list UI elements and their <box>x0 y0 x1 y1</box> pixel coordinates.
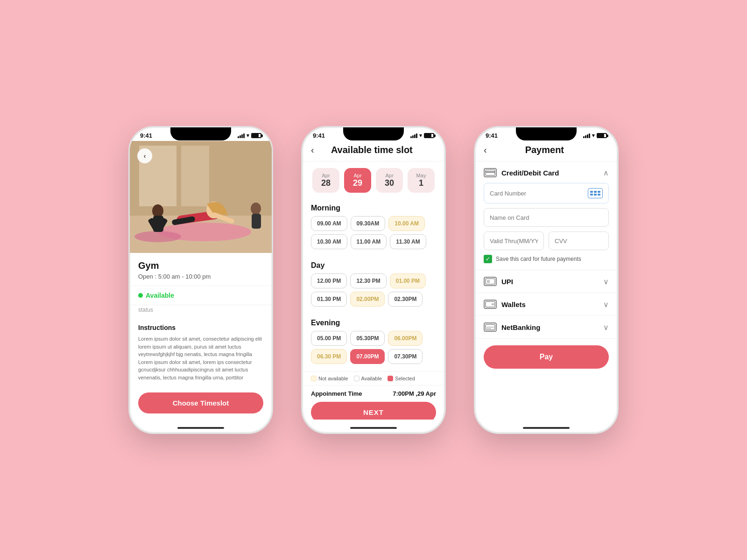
status-icons-1: ▾ <box>238 133 261 139</box>
gym-back-button[interactable]: ‹ <box>137 148 152 163</box>
status-icons-2: ▾ <box>410 133 434 139</box>
timeslot-title: Available time slot <box>319 145 425 155</box>
wallets-icon <box>484 300 497 309</box>
date-apr28[interactable]: Apr 28 <box>312 168 339 193</box>
slot-1000[interactable]: 10.00 AM <box>388 216 425 231</box>
status-icons-3: ▾ <box>583 133 607 139</box>
upi-chevron-icon: ∨ <box>603 277 609 286</box>
legend-not-available: Not available <box>311 376 348 381</box>
save-card-label: Save this card for future payments <box>496 256 581 262</box>
appointment-bar: Appoinment Time 7:00PM ,29 Apr <box>303 385 444 400</box>
timeslot-header: ‹ Available time slot <box>303 141 444 161</box>
date-apr29-day: 29 <box>353 178 362 188</box>
upi-icon <box>484 277 497 286</box>
slot-0630[interactable]: 06.30 PM <box>311 349 347 364</box>
instructions-title: Instructions <box>138 324 263 331</box>
signal-icon-1 <box>238 133 245 138</box>
netbanking-header[interactable]: NetBanking ∨ <box>484 322 609 332</box>
slot-0730[interactable]: 07.30PM <box>388 349 423 364</box>
upi-header[interactable]: UPI ∨ <box>484 277 609 286</box>
evening-label: Evening <box>311 319 436 327</box>
wallets-header[interactable]: Wallets ∨ <box>484 300 609 309</box>
payment-back-button[interactable]: ‹ <box>484 145 487 155</box>
battery-icon-1 <box>251 133 261 138</box>
slot-0100[interactable]: 01.00 PM <box>390 273 426 288</box>
date-selector: Apr 28 Apr 29 Apr 30 May 1 <box>303 161 444 199</box>
payment-title: Payment <box>492 145 598 155</box>
status-time-2: 9:41 <box>313 132 325 139</box>
home-indicator-2 <box>350 427 397 429</box>
credit-card-header[interactable]: Credit/Debit Card ∧ <box>484 168 609 177</box>
date-apr28-day: 28 <box>321 178 331 188</box>
slot-1030[interactable]: 10.30 AM <box>311 234 347 249</box>
cvv-wrapper <box>549 231 609 250</box>
slot-0930[interactable]: 09.30AM <box>351 216 386 231</box>
cvv-input[interactable] <box>555 238 603 245</box>
phone-gym-detail: 9:41 ▾ <box>128 126 273 434</box>
timeslot-back-button[interactable]: ‹ <box>311 145 314 155</box>
legend-selected: Selected <box>388 376 415 381</box>
date-apr30-day: 30 <box>385 178 394 188</box>
expiry-cvv-row <box>484 231 609 250</box>
slot-1230[interactable]: 12.30 PM <box>350 273 386 288</box>
name-on-card-input[interactable] <box>490 214 603 221</box>
phone-timeslot: 9:41 ▾ ‹ Available time s <box>301 126 446 434</box>
home-indicator-3 <box>523 427 570 429</box>
svg-rect-24 <box>486 328 491 329</box>
expiry-input[interactable] <box>490 238 538 245</box>
svg-rect-21 <box>492 303 494 305</box>
phone-notch <box>170 127 231 140</box>
slot-0130[interactable]: 01.30 PM <box>311 292 347 307</box>
home-indicator-1 <box>177 427 224 429</box>
upi-svg <box>485 278 495 285</box>
credit-card-label: Credit/Debit Card <box>501 169 559 177</box>
card-number-wrapper <box>484 183 609 203</box>
date-apr30[interactable]: Apr 30 <box>376 168 403 193</box>
slot-0500[interactable]: 05.00 PM <box>311 331 347 346</box>
save-card-checkbox[interactable]: ✓ <box>484 255 492 263</box>
svg-rect-17 <box>486 171 495 173</box>
gym-hours: Open : 5:00 am - 10:00 pm <box>138 273 263 280</box>
svg-point-14 <box>251 203 261 215</box>
choose-timeslot-button[interactable]: Choose Timeslot <box>138 392 263 413</box>
slot-0700[interactable]: 07.00PM <box>350 349 385 364</box>
morning-grid: 09.00 AM 09.30AM 10.00 AM 10.30 AM 11.00… <box>311 216 436 249</box>
next-button[interactable]: NEXT <box>311 402 436 420</box>
wallets-chevron-icon: ∨ <box>603 300 609 309</box>
wallets-section[interactable]: Wallets ∨ <box>475 293 617 316</box>
date-may1[interactable]: May 1 <box>408 168 435 193</box>
save-card-row: ✓ Save this card for future payments <box>484 255 609 263</box>
status-time-1: 9:41 <box>140 132 152 139</box>
credit-card-svg <box>485 169 495 176</box>
slot-0230[interactable]: 02.30PM <box>388 292 423 307</box>
svg-rect-19 <box>487 280 490 283</box>
legend-dot-not <box>311 376 317 381</box>
pay-button[interactable]: Pay <box>484 345 609 369</box>
svg-point-10 <box>152 204 163 217</box>
evening-section: Evening 05.00 PM 05.30PM 06.00PM 06.30 P… <box>303 319 444 371</box>
date-apr29-month: Apr <box>353 173 361 178</box>
slot-1130[interactable]: 11.30 AM <box>390 234 426 249</box>
card-number-input[interactable] <box>490 190 588 197</box>
phone-payment: 9:41 ▾ ‹ Payment <box>474 126 619 434</box>
day-section: Day 12.00 PM 12.30 PM 01.00 PM 01.30 PM … <box>303 261 444 314</box>
card-number-icon <box>590 191 600 196</box>
instructions-section: Instructions Lorem ipsum dolor sit amet,… <box>130 317 272 388</box>
date-apr29[interactable]: Apr 29 <box>344 168 371 193</box>
slot-0900[interactable]: 09.00 AM <box>311 216 347 231</box>
slot-1200[interactable]: 12.00 PM <box>311 273 347 288</box>
card-number-icon-button[interactable] <box>588 188 603 198</box>
name-on-card-wrapper <box>484 208 609 227</box>
credit-card-icon <box>484 168 497 177</box>
wallets-label: Wallets <box>501 301 526 308</box>
netbanking-section[interactable]: NetBanking ∨ <box>475 316 617 339</box>
slot-1100[interactable]: 11.00 AM <box>351 234 387 249</box>
appt-value: 7:00PM ,29 Apr <box>393 390 436 397</box>
morning-label: Morning <box>311 204 436 212</box>
slot-0530[interactable]: 05.30PM <box>350 331 385 346</box>
available-dot <box>138 293 143 298</box>
upi-section[interactable]: UPI ∨ <box>475 270 617 293</box>
phones-container: 9:41 ▾ <box>128 126 619 434</box>
slot-0600[interactable]: 06.00PM <box>388 331 423 346</box>
slot-0200[interactable]: 02.00PM <box>350 292 385 307</box>
